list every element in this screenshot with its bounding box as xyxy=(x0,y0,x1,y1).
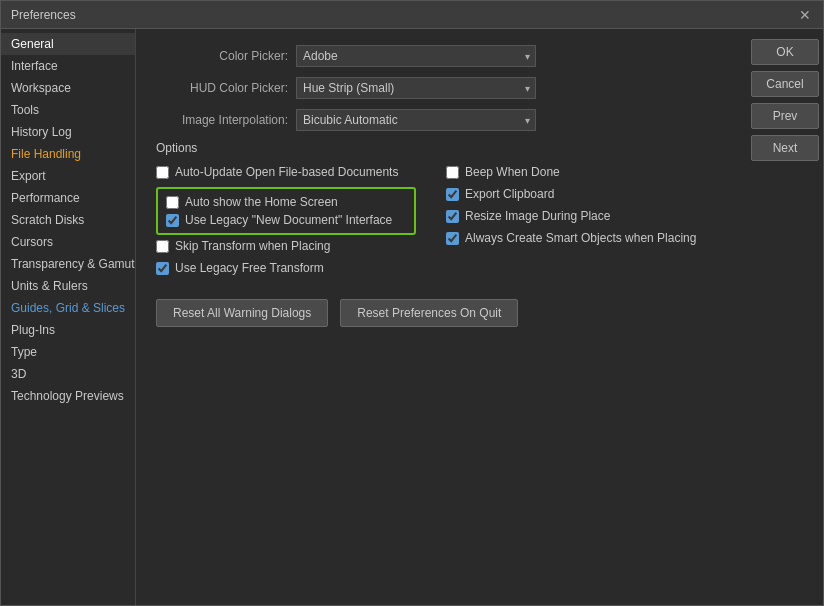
color-picker-row: Color Picker: Adobe xyxy=(156,45,723,67)
checkbox-beep-label: Beep When Done xyxy=(465,165,560,179)
checkbox-legacy-interface: Use Legacy "New Document" Interface xyxy=(166,213,406,227)
dialog-title: Preferences xyxy=(11,8,76,22)
options-label: Options xyxy=(156,141,723,155)
checkbox-skip-transform-input[interactable] xyxy=(156,240,169,253)
dialog-body: GeneralInterfaceWorkspaceToolsHistory Lo… xyxy=(1,29,823,605)
sidebar: GeneralInterfaceWorkspaceToolsHistory Lo… xyxy=(1,29,136,605)
checkbox-auto-update-input[interactable] xyxy=(156,166,169,179)
checkbox-smart-objects-input[interactable] xyxy=(446,232,459,245)
sidebar-item-interface[interactable]: Interface xyxy=(1,55,135,77)
checkbox-home-screen-input[interactable] xyxy=(166,196,179,209)
highlighted-checkboxes-group: Auto show the Home Screen Use Legacy "Ne… xyxy=(156,187,416,235)
sidebar-item-technology-previews[interactable]: Technology Previews xyxy=(1,385,135,407)
sidebar-item-file-handling[interactable]: File Handling xyxy=(1,143,135,165)
sidebar-item-transparency--gamut[interactable]: Transparency & Gamut xyxy=(1,253,135,275)
ok-button[interactable]: OK xyxy=(751,39,819,65)
checkbox-resize-image-label: Resize Image During Place xyxy=(465,209,610,223)
checkbox-smart-objects-label: Always Create Smart Objects when Placing xyxy=(465,231,696,245)
checkbox-beep: Beep When Done xyxy=(446,165,696,179)
sidebar-item-type[interactable]: Type xyxy=(1,341,135,363)
checkbox-export-clipboard: Export Clipboard xyxy=(446,187,696,201)
title-bar: Preferences ✕ xyxy=(1,1,823,29)
preferences-dialog: Preferences ✕ GeneralInterfaceWorkspaceT… xyxy=(0,0,824,606)
hud-color-picker-select-wrapper: Hue Strip (Small) xyxy=(296,77,536,99)
sidebar-item-workspace[interactable]: Workspace xyxy=(1,77,135,99)
sidebar-item-history-log[interactable]: History Log xyxy=(1,121,135,143)
main-content: Color Picker: Adobe HUD Color Picker: Hu… xyxy=(136,29,743,605)
checkbox-home-screen-label: Auto show the Home Screen xyxy=(185,195,338,209)
sidebar-item-units--rulers[interactable]: Units & Rulers xyxy=(1,275,135,297)
checkbox-beep-input[interactable] xyxy=(446,166,459,179)
close-button[interactable]: ✕ xyxy=(797,7,813,23)
reset-warning-button[interactable]: Reset All Warning Dialogs xyxy=(156,299,328,327)
checkbox-legacy-free-transform-label: Use Legacy Free Transform xyxy=(175,261,324,275)
checkbox-legacy-interface-label: Use Legacy "New Document" Interface xyxy=(185,213,392,227)
sidebar-item-performance[interactable]: Performance xyxy=(1,187,135,209)
checkbox-legacy-free-transform-input[interactable] xyxy=(156,262,169,275)
sidebar-item-cursors[interactable]: Cursors xyxy=(1,231,135,253)
checkbox-resize-image: Resize Image During Place xyxy=(446,209,696,223)
next-button[interactable]: Next xyxy=(751,135,819,161)
checkbox-auto-update-label: Auto-Update Open File-based Documents xyxy=(175,165,398,179)
cancel-button[interactable]: Cancel xyxy=(751,71,819,97)
checkbox-resize-image-input[interactable] xyxy=(446,210,459,223)
sidebar-item-general[interactable]: General xyxy=(1,33,135,55)
color-picker-label: Color Picker: xyxy=(156,49,296,63)
image-interpolation-row: Image Interpolation: Bicubic Automatic xyxy=(156,109,723,131)
color-picker-select[interactable]: Adobe xyxy=(296,45,536,67)
prev-button[interactable]: Prev xyxy=(751,103,819,129)
sidebar-item-scratch-disks[interactable]: Scratch Disks xyxy=(1,209,135,231)
checkbox-smart-objects: Always Create Smart Objects when Placing xyxy=(446,231,696,245)
left-column: Auto-Update Open File-based Documents Au… xyxy=(156,165,416,283)
sidebar-item-tools[interactable]: Tools xyxy=(1,99,135,121)
image-interpolation-label: Image Interpolation: xyxy=(156,113,296,127)
checkbox-home-screen: Auto show the Home Screen xyxy=(166,195,406,209)
hud-color-picker-label: HUD Color Picker: xyxy=(156,81,296,95)
hud-color-picker-select[interactable]: Hue Strip (Small) xyxy=(296,77,536,99)
buttons-panel: OK Cancel Prev Next xyxy=(743,29,823,605)
reset-prefs-button[interactable]: Reset Preferences On Quit xyxy=(340,299,518,327)
checkbox-legacy-free-transform: Use Legacy Free Transform xyxy=(156,261,416,275)
checkbox-legacy-interface-input[interactable] xyxy=(166,214,179,227)
color-picker-select-wrapper: Adobe xyxy=(296,45,536,67)
sidebar-item-plug-ins[interactable]: Plug-Ins xyxy=(1,319,135,341)
reset-buttons-row: Reset All Warning Dialogs Reset Preferen… xyxy=(156,299,723,327)
checkbox-export-clipboard-label: Export Clipboard xyxy=(465,187,554,201)
sidebar-item-guides-grid--slices[interactable]: Guides, Grid & Slices xyxy=(1,297,135,319)
image-interpolation-select[interactable]: Bicubic Automatic xyxy=(296,109,536,131)
hud-color-picker-row: HUD Color Picker: Hue Strip (Small) xyxy=(156,77,723,99)
image-interpolation-select-wrapper: Bicubic Automatic xyxy=(296,109,536,131)
checkbox-skip-transform-label: Skip Transform when Placing xyxy=(175,239,330,253)
checkbox-skip-transform: Skip Transform when Placing xyxy=(156,239,416,253)
sidebar-item-3d[interactable]: 3D xyxy=(1,363,135,385)
right-column: Beep When Done Export Clipboard Resize I… xyxy=(446,165,696,283)
sidebar-item-export[interactable]: Export xyxy=(1,165,135,187)
checkbox-auto-update: Auto-Update Open File-based Documents xyxy=(156,165,416,179)
checkbox-export-clipboard-input[interactable] xyxy=(446,188,459,201)
checkboxes-container: Auto-Update Open File-based Documents Au… xyxy=(156,165,723,283)
